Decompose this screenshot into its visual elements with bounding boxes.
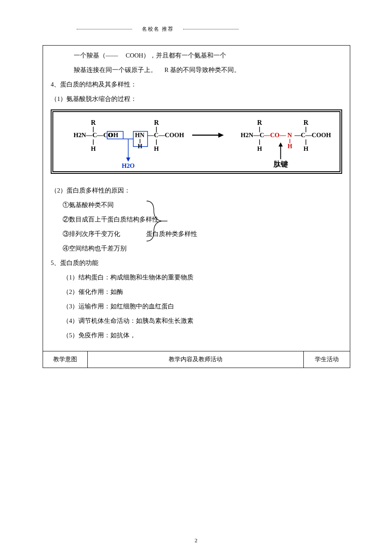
aa-left-h: H: [91, 145, 96, 152]
diversity-block: ①氨基酸种类不同 ②数目成百上千蛋白质结构多样性 ③排列次序千变万化 蛋白质种类…: [51, 198, 342, 256]
text: R 基的不同导致种类不同。: [164, 66, 240, 73]
prod-left-r: R: [257, 119, 262, 126]
heading-4: 4、蛋白质的结构及其多样性：: [51, 77, 342, 92]
prod-n-h: H: [288, 143, 292, 150]
heading-5: 5、蛋白质的功能: [51, 256, 342, 270]
text: ③排列次序千变万化: [63, 230, 120, 237]
content-table: 一个羧基（——COOH），并且都有一个氨基和一个 羧基连接在同一个碳原子上。R …: [43, 45, 350, 368]
prod-right-h: H: [303, 145, 308, 152]
h2o-label: H2O: [122, 163, 135, 170]
para-carboxyl-2: 羧基连接在同一个碳原子上。R 基的不同导致种类不同。: [51, 63, 342, 77]
prod-n: N: [287, 132, 292, 139]
text: 羧基连接在同一个碳原子上。: [74, 66, 157, 73]
main-cell: 一个羧基（——COOH），并且都有一个氨基和一个 羧基连接在同一个碳原子上。R …: [43, 46, 350, 351]
prod-co: —CO—: [263, 132, 286, 139]
div-item-2: ②数目成百上千蛋白质结构多样性: [51, 212, 342, 227]
footer-col-student: 学生活动: [304, 351, 350, 368]
footer-col-content: 教学内容及教师活动: [88, 351, 304, 368]
aa-left-oh: OH: [108, 132, 118, 139]
div-item-1: ①氨基酸种类不同: [51, 198, 342, 212]
peptide-arrowhead: [279, 142, 283, 147]
aa-mid-r: R: [154, 119, 159, 126]
reaction-diagram-wrap: R H2N—C—CO OH H R HN —C—COOH H: [51, 109, 342, 178]
footer-col-intent: 教学意图: [43, 351, 88, 368]
para-carboxyl-1: 一个羧基（——COOH），并且都有一个氨基和一个: [51, 48, 342, 63]
prod-left-main: H2N—C: [241, 132, 264, 139]
text: COOH），并且都有一个氨基和一个: [126, 52, 226, 59]
blue-arrowhead: [126, 158, 130, 162]
aa-left-r: R: [91, 119, 96, 126]
heading-4-1: （1）氨基酸脱水缩合的过程：: [51, 92, 342, 106]
reaction-diagram: R H2N—C—CO OH H R HN —C—COOH H: [51, 109, 342, 173]
func-2: （2）催化作用：如酶: [51, 285, 342, 299]
heading-4-2: （2）蛋白质多样性的原因：: [51, 183, 342, 198]
header-dash-right: [183, 29, 239, 30]
reaction-arrowhead: [218, 133, 224, 138]
footer-row: 教学意图 教学内容及教师活动 学生活动: [43, 351, 350, 368]
prod-right-main: —C—COOH: [294, 132, 331, 139]
func-1: （1）结构蛋白：构成细胞和生物体的重要物质: [51, 270, 342, 285]
aa-mid-bottom-h: H: [154, 145, 159, 152]
peptide-label: 肽键: [273, 161, 288, 169]
prod-right-r: R: [303, 119, 308, 126]
aa-mid-main: —C—COOH: [147, 132, 184, 139]
prod-left-h: H: [257, 145, 262, 152]
func-3: （3）运输作用：如红细胞中的血红蛋白: [51, 299, 342, 313]
func-5: （5）免疫作用：如抗体，: [51, 328, 342, 342]
func-4: （4）调节机体生命活动：如胰岛素和生长激素: [51, 313, 342, 328]
aa-mid-hn: HN: [135, 132, 145, 139]
div-item-4: ④空间结构也千差万别: [51, 241, 342, 256]
text: 一个羧基（——: [74, 52, 118, 59]
aa-mid-h-under-n: H: [138, 143, 142, 150]
text: 蛋白质种类多样性: [146, 230, 197, 237]
page-number: 2: [0, 537, 392, 544]
div-item-3: ③排列次序千变万化 蛋白质种类多样性: [51, 227, 342, 241]
header-decor: 名校名 推荐: [77, 26, 239, 32]
